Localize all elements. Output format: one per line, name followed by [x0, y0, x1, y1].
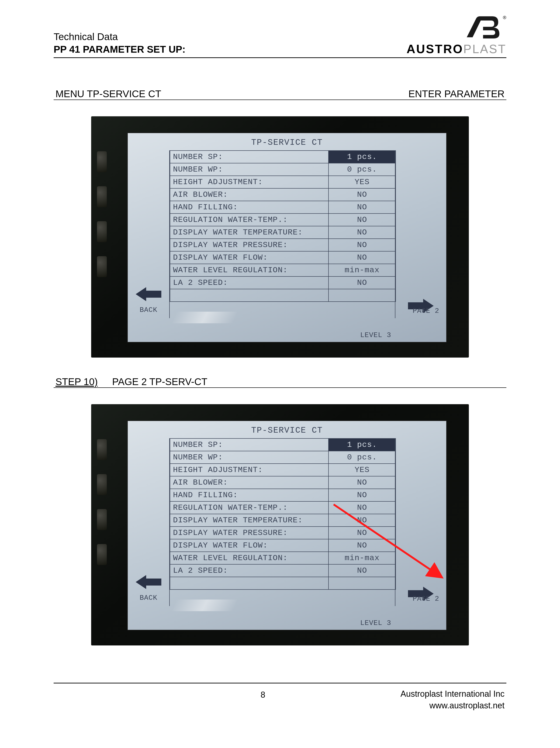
lcd-screen: TP-SERVICE CT BACK NUMBER SP:1 pcs. NUMB…	[127, 133, 447, 343]
page-header: Technical Data PP 41 PARAMETER SET UP: ®…	[54, 14, 506, 58]
austroplast-logo-icon: ®	[460, 14, 506, 42]
table-row[interactable]: DISPLAY WATER FLOW:NO	[170, 539, 395, 552]
level-label: LEVEL 3	[170, 331, 396, 339]
footer-rule	[54, 683, 506, 683]
nav-next-area[interactable]: PAGE 2	[395, 150, 446, 318]
nav-back-area[interactable]: BACK	[128, 150, 170, 318]
hmi-photo-1: TP-SERVICE CT BACK NUMBER SP:1 pcs. NUMB…	[91, 116, 469, 357]
table-row[interactable]: AIR BLOWER:NO	[170, 189, 395, 201]
physical-buttons-left	[97, 151, 107, 277]
table-row[interactable]: NUMBER SP:1 pcs.	[170, 151, 395, 163]
arrow-left-icon	[136, 286, 161, 302]
table-row	[170, 289, 395, 302]
hw-button	[97, 186, 107, 207]
svg-text:®: ®	[503, 15, 506, 20]
table-row[interactable]: NUMBER WP:0 pcs.	[170, 163, 395, 176]
hw-button	[97, 151, 107, 172]
table-row[interactable]: REGULATION WATER-TEMP.:NO	[170, 214, 395, 226]
back-label: BACK	[140, 594, 157, 602]
hw-button	[97, 256, 107, 277]
step-number: STEP 10)	[55, 376, 98, 388]
table-row[interactable]: HAND FILLING:NO	[170, 489, 395, 501]
table-row[interactable]: HEIGHT ADJUSTMENT:YES	[170, 464, 395, 476]
table-row[interactable]: DISPLAY WATER TEMPERATURE:NO	[170, 514, 395, 527]
brand-light: PLAST	[463, 42, 506, 56]
table-row[interactable]: DISPLAY WATER FLOW:NO	[170, 252, 395, 264]
table-row[interactable]: WATER LEVEL REGULATION:min-max	[170, 264, 395, 277]
table-row[interactable]: NUMBER SP:1 pcs.	[170, 439, 395, 451]
brand-logo: ® AUSTROPLAST	[406, 14, 506, 56]
screen-title: TP-SERVICE CT	[128, 421, 446, 439]
back-label: BACK	[140, 306, 157, 314]
footer-company: Austroplast International Inc www.austro…	[400, 688, 505, 711]
nav-back-area[interactable]: BACK	[128, 438, 170, 606]
hw-button	[97, 474, 107, 495]
table-row[interactable]: LA 2 SPEED:NO	[170, 277, 395, 289]
svg-marker-3	[136, 575, 161, 589]
hw-button	[97, 544, 107, 565]
table-row[interactable]: AIR BLOWER:NO	[170, 476, 395, 489]
section1-left: MENU TP-SERVICE CT	[55, 88, 161, 99]
hw-button	[97, 439, 107, 460]
hw-button	[97, 509, 107, 530]
hw-button	[97, 221, 107, 242]
table-row[interactable]: NUMBER WP:0 pcs.	[170, 451, 395, 464]
table-row[interactable]: HEIGHT ADJUSTMENT:YES	[170, 176, 395, 189]
hmi-photo-2: TP-SERVICE CT BACK NUMBER SP:1 pcs. NUMB…	[91, 404, 469, 646]
header-line2: PP 41 PARAMETER SET UP:	[54, 43, 186, 56]
page2-label: PAGE 2	[413, 595, 439, 603]
page-footer: 8 Austroplast International Inc www.aust…	[54, 688, 506, 711]
svg-marker-1	[136, 287, 161, 301]
lcd-screen: TP-SERVICE CT BACK NUMBER SP:1 pcs. NUMB…	[127, 421, 447, 630]
screen-glare	[172, 600, 237, 611]
table-row[interactable]: WATER LEVEL REGULATION:min-max	[170, 552, 395, 565]
physical-buttons-left	[97, 439, 107, 565]
table-row[interactable]: DISPLAY WATER PRESSURE:NO	[170, 239, 395, 252]
table-row[interactable]: HAND FILLING:NO	[170, 201, 395, 214]
section-heading-2: STEP 10) PAGE 2 TP-SERV-CT	[54, 376, 506, 388]
page-number: 8	[125, 688, 400, 700]
company-name: Austroplast International Inc	[400, 688, 505, 700]
company-site: www.austroplast.net	[400, 700, 505, 711]
section1-right: ENTER PARAMETER	[409, 88, 505, 99]
screen-title: TP-SERVICE CT	[128, 133, 446, 150]
table-row	[170, 577, 395, 590]
table-row[interactable]: DISPLAY WATER TEMPERATURE:NO	[170, 226, 395, 239]
header-text: Technical Data PP 41 PARAMETER SET UP:	[54, 30, 186, 56]
table-row[interactable]: DISPLAY WATER PRESSURE:NO	[170, 527, 395, 539]
section-heading-1: MENU TP-SERVICE CT ENTER PARAMETER	[54, 88, 506, 100]
page2-label: PAGE 2	[413, 307, 439, 315]
parameter-table: NUMBER SP:1 pcs. NUMBER WP:0 pcs. HEIGHT…	[170, 150, 396, 302]
step-title: PAGE 2 TP-SERV-CT	[112, 376, 207, 387]
header-line1: Technical Data	[54, 30, 186, 43]
table-row[interactable]: REGULATION WATER-TEMP.:NO	[170, 501, 395, 514]
parameter-table: NUMBER SP:1 pcs. NUMBER WP:0 pcs. HEIGHT…	[170, 438, 396, 590]
brand-name: AUSTROPLAST	[406, 42, 506, 56]
arrow-left-icon	[136, 574, 161, 590]
brand-bold: AUSTRO	[406, 42, 464, 56]
level-label: LEVEL 3	[170, 619, 396, 627]
table-row[interactable]: LA 2 SPEED:NO	[170, 565, 395, 577]
nav-next-area[interactable]: PAGE 2	[395, 438, 446, 606]
screen-glare	[172, 312, 237, 323]
